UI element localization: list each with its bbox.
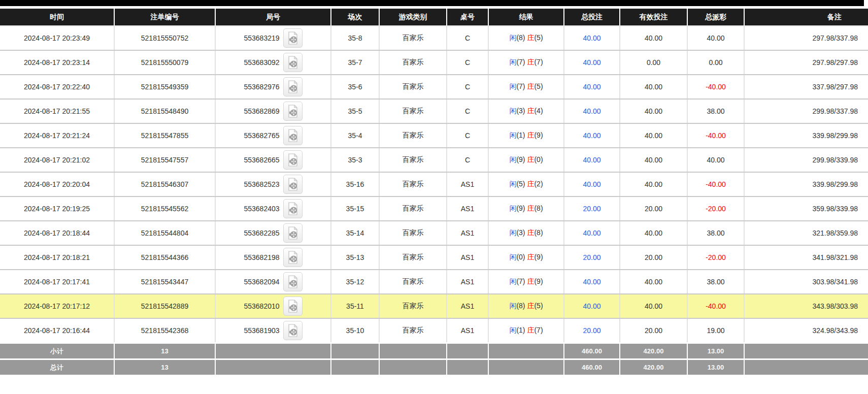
cell-total-bet: 40.00 xyxy=(564,99,620,123)
result-player-label: 闲 xyxy=(509,277,516,285)
total-bet-link[interactable]: 40.00 xyxy=(583,107,600,115)
cell-result: 闲(5) 庄(2) xyxy=(488,172,564,196)
total-bet-link[interactable]: 40.00 xyxy=(583,278,600,286)
cell-bet-id: 521815543447 xyxy=(114,270,215,294)
video-file-icon xyxy=(287,202,298,215)
cell-round: 553682198 xyxy=(215,245,331,270)
round-number: 553683092 xyxy=(244,58,279,67)
result-banker-label: 庄 xyxy=(527,302,534,310)
cell-total-bet: 40.00 xyxy=(564,294,620,318)
cell-empty xyxy=(488,343,564,359)
cell-valid-bet: 40.00 xyxy=(620,270,687,294)
cell-result: 闲(0) 庄(9) xyxy=(488,245,564,270)
total-bet-link[interactable]: 40.00 xyxy=(583,83,600,91)
cell-session: 35-15 xyxy=(331,196,379,221)
cell-payout: 40.00 xyxy=(687,148,744,172)
cell-round: 553682285 xyxy=(215,221,331,245)
video-replay-button[interactable] xyxy=(283,77,303,96)
table-row: 2024-08-17 20:18:21 521815544366 5536821… xyxy=(0,245,868,270)
video-file-icon xyxy=(287,105,298,118)
cell-session: 35-8 xyxy=(331,26,379,50)
cell-game-type: 百家乐 xyxy=(379,99,447,123)
cell-bet-id: 521815547557 xyxy=(114,148,215,172)
round-number: 553682010 xyxy=(244,302,279,310)
cell-remark: 341.98/321.98 xyxy=(744,245,868,270)
cell-remark: 339.98/299.98 xyxy=(744,123,868,148)
table-row: 2024-08-17 20:21:02 521815547557 5536826… xyxy=(0,148,868,172)
cell-valid-bet: 40.00 xyxy=(620,26,687,50)
video-replay-button[interactable] xyxy=(283,297,303,316)
result-banker-score: (2) xyxy=(534,180,543,188)
video-replay-button[interactable] xyxy=(283,321,303,340)
cell-remark: 297.98/337.98 xyxy=(744,26,868,50)
video-file-icon xyxy=(287,251,298,264)
result-player-label: 闲 xyxy=(509,155,516,163)
cell-payout: 19.00 xyxy=(687,318,744,343)
cell-round: 553682976 xyxy=(215,75,331,99)
payout-value: 19.00 xyxy=(707,326,724,335)
col-session: 场次 xyxy=(331,9,379,26)
payout-value: 38.00 xyxy=(707,229,724,237)
cell-table: C xyxy=(447,50,488,75)
video-replay-button[interactable] xyxy=(283,199,303,218)
total-bet-link[interactable]: 20.00 xyxy=(583,326,600,335)
total-bet-link[interactable]: 40.00 xyxy=(583,34,600,42)
total-bet-link[interactable]: 40.00 xyxy=(583,180,600,188)
result-banker-label: 庄 xyxy=(527,107,534,115)
payout-value: 40.00 xyxy=(707,34,724,42)
total-bet-link[interactable]: 20.00 xyxy=(583,253,600,261)
total-bet-link[interactable]: 40.00 xyxy=(583,302,600,310)
video-replay-button[interactable] xyxy=(283,28,303,48)
cell-session: 35-3 xyxy=(331,148,379,172)
cell-time: 2024-08-17 20:20:04 xyxy=(0,172,114,196)
video-replay-button[interactable] xyxy=(283,53,303,72)
video-replay-button[interactable] xyxy=(283,102,303,121)
total-bet-link[interactable]: 40.00 xyxy=(583,132,600,140)
total-bet-link[interactable]: 40.00 xyxy=(583,58,600,67)
cell-table: AS1 xyxy=(447,318,488,343)
cell-game-type: 百家乐 xyxy=(379,26,447,50)
col-valid-bet: 有效投注 xyxy=(620,9,687,26)
subtotal-label: 小计 xyxy=(0,343,114,359)
result-player-score: (7) xyxy=(516,82,525,90)
result-player-score: (7) xyxy=(516,58,525,66)
video-replay-button[interactable] xyxy=(283,175,303,194)
video-replay-button[interactable] xyxy=(283,248,303,267)
col-time: 时间 xyxy=(0,9,114,26)
result-player-score: (9) xyxy=(516,155,525,163)
cell-session: 35-5 xyxy=(331,99,379,123)
video-replay-button[interactable] xyxy=(283,272,303,291)
total-bet-link[interactable]: 40.00 xyxy=(583,229,600,237)
cell-time: 2024-08-17 20:16:44 xyxy=(0,318,114,343)
cell-total-bet: 40.00 xyxy=(564,148,620,172)
cell-table: AS1 xyxy=(447,245,488,270)
result-banker-score: (0) xyxy=(534,155,543,163)
cell-bet-id: 521815550079 xyxy=(114,50,215,75)
top-divider-bar xyxy=(0,0,864,6)
total-bet-link[interactable]: 20.00 xyxy=(583,205,600,213)
cell-empty xyxy=(744,359,868,375)
cell-payout: -20.00 xyxy=(687,196,744,221)
result-banker-label: 庄 xyxy=(527,34,534,42)
video-replay-button[interactable] xyxy=(283,223,303,243)
payout-value: 0.00 xyxy=(709,58,722,67)
cell-payout: 38.00 xyxy=(687,270,744,294)
video-replay-button[interactable] xyxy=(283,150,303,170)
result-banker-score: (9) xyxy=(534,131,543,139)
cell-bet-id: 521815544804 xyxy=(114,221,215,245)
col-game-type: 游戏类别 xyxy=(379,9,447,26)
cell-remark: 303.98/341.98 xyxy=(744,270,868,294)
table-row: 2024-08-17 20:19:25 521815545562 5536824… xyxy=(0,196,868,221)
result-banker-score: (8) xyxy=(534,228,543,237)
cell-empty xyxy=(447,359,488,375)
total-bet-link[interactable]: 40.00 xyxy=(583,156,600,164)
cell-result: 闲(7) 庄(9) xyxy=(488,270,564,294)
result-player-label: 闲 xyxy=(509,34,516,42)
video-replay-button[interactable] xyxy=(283,126,303,145)
result-banker-score: (5) xyxy=(534,34,543,42)
cell-round: 553682094 xyxy=(215,270,331,294)
result-player-score: (5) xyxy=(516,180,525,188)
cell-empty xyxy=(447,343,488,359)
cell-result: 闲(1) 庄(9) xyxy=(488,123,564,148)
payout-value: -20.00 xyxy=(706,253,726,261)
